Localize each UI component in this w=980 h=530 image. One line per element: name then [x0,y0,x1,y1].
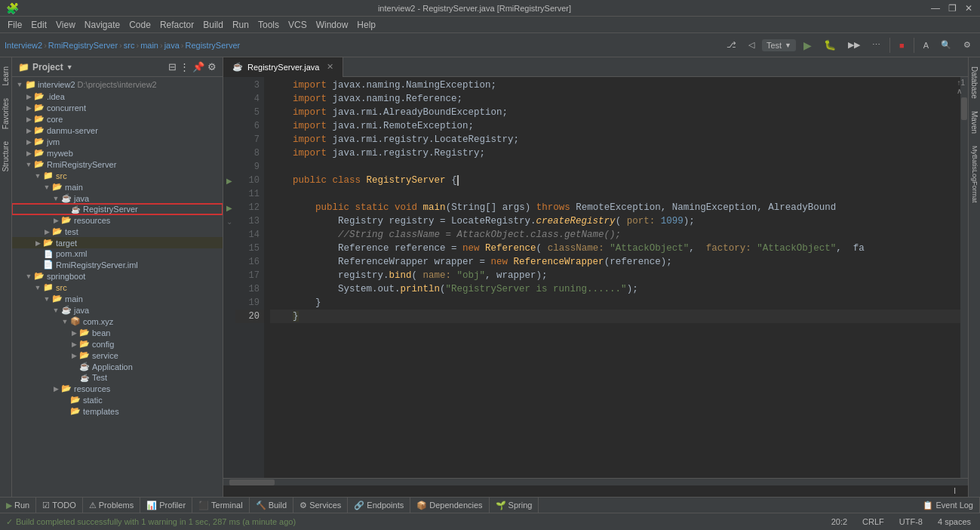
code-content[interactable]: import javax.naming.NamingException; imp… [264,77,960,478]
menu-tools[interactable]: Tools [253,18,284,32]
tree-rmi-resources[interactable]: ▶ 📂 resources [12,214,223,226]
tab-favorites[interactable]: Favorites [0,92,11,135]
bt-dependencies[interactable]: 📦 Dependencies [410,498,489,513]
tree-pom[interactable]: ▶ 📄 pom.xml [12,248,223,259]
menu-help[interactable]: Help [352,18,380,32]
menu-vcs[interactable]: VCS [284,18,312,32]
bt-spring[interactable]: 🌱 Spring [490,498,539,513]
tree-sb-java[interactable]: ▼ ☕ java [12,304,223,316]
horizontal-scrollbar[interactable] [223,478,968,485]
bt-services[interactable]: ⚙ Services [293,498,348,513]
tab-close-button[interactable]: ✕ [327,62,333,72]
indent-status[interactable]: 4 spaces [935,517,974,526]
tree-templates[interactable]: ▶ 📂 templates [12,405,223,417]
tree-idea[interactable]: ▶ 📂 .idea [12,91,223,102]
maximize-button[interactable]: ❐ [947,3,957,14]
service-label: service [92,351,118,360]
breadcrumb-project[interactable]: Interview2 [5,41,42,50]
breadcrumb-class[interactable]: RegistryServer [186,41,241,50]
close-button[interactable]: ✕ [963,3,974,14]
tree-service[interactable]: ▶ 📂 service [12,350,223,361]
back-button[interactable]: ◁ [744,36,759,54]
menu-view[interactable]: View [51,18,80,32]
tree-target[interactable]: ▶ 📂 target [12,237,223,248]
project-dropdown-icon[interactable]: ▼ [66,63,73,71]
breadcrumb-module[interactable]: RmiRegistryServer [48,41,118,50]
encoding-status[interactable]: UTF-8 [896,517,926,526]
line-ending-status[interactable]: CRLF [859,517,887,526]
more-run-button[interactable]: ⋯ [868,36,885,54]
tree-springboot[interactable]: ▼ 📂 springboot [12,270,223,282]
tree-application[interactable]: ▶ ☕ Application [12,361,223,372]
collapse-all-button[interactable]: ⊟ [168,61,177,72]
menu-edit[interactable]: Edit [26,18,51,32]
terminal-label: Terminal [211,501,243,510]
menu-build[interactable]: Build [198,18,228,32]
stop-button[interactable]: ■ [895,36,909,54]
bt-endpoints[interactable]: 🔗 Endpoints [348,498,410,513]
bt-event-log[interactable]: 📋 Event Log [917,498,980,513]
tab-maven[interactable]: Maven [969,105,980,140]
bt-terminal[interactable]: ⬛ Terminal [192,498,250,513]
gi-run-class[interactable]: ▶ [223,174,235,187]
menu-window[interactable]: Window [312,18,353,32]
tree-sb-src[interactable]: ▼ 📁 src [12,282,223,293]
tree-danmu[interactable]: ▶ 📂 danmu-server [12,125,223,136]
tree-sb-resources[interactable]: ▶ 📂 resources [12,383,223,394]
coverage-button[interactable]: ▶▶ [843,36,865,54]
menu-code[interactable]: Code [124,18,155,32]
bt-todo[interactable]: ☑ TODO [36,498,83,513]
run-button[interactable]: ▶ [799,36,816,54]
tree-com-xyz[interactable]: ▼ 📦 com.xyz [12,316,223,327]
debug-button[interactable]: 🐛 [819,36,840,54]
tree-config[interactable]: ▶ 📂 config [12,338,223,350]
tab-mybatis[interactable]: MyBatisLogFormat [969,140,980,209]
bt-profiler[interactable]: 📊 Profiler [140,498,192,513]
settings-button[interactable]: ⚙ [959,36,975,54]
tree-concurrent[interactable]: ▶ 📂 concurrent [12,102,223,113]
bt-problems[interactable]: ⚠ Problems [83,498,140,513]
hscroll-thumb[interactable] [229,479,275,485]
menu-run[interactable]: Run [228,18,253,32]
run-config-dropdown-icon[interactable]: ▼ [785,42,791,49]
tree-rmi-java[interactable]: ▼ ☕ java [12,193,223,204]
tree-iml[interactable]: ▶ 📄 RmiRegistryServer.iml [12,259,223,270]
tab-database[interactable]: Database [969,60,980,105]
gi-run-main[interactable]: ▶ [223,201,235,214]
gi-fold[interactable]: ⌄ [223,214,235,228]
minimize-button[interactable]: — [930,3,941,14]
tree-static[interactable]: ▶ 📂 static [12,394,223,405]
tree-jvm[interactable]: ▶ 📂 jvm [12,136,223,147]
breadcrumb-java[interactable]: java [164,41,180,50]
tree-test-file[interactable]: ▶ ☕ Test [12,372,223,383]
tree-rmi-src[interactable]: ▼ 📁 src [12,170,223,181]
menu-refactor[interactable]: Refactor [155,18,198,32]
tree-root[interactable]: ▼ 📁 interview2 D:\projects\interview2 [12,79,223,91]
vcs-button[interactable]: ⎇ [722,36,741,54]
tab-registry-server[interactable]: ☕ RegistryServer.java ✕ [223,57,343,77]
project-gear-button[interactable]: ⚙ [207,61,217,72]
tree-rmi[interactable]: ▼ 📂 RmiRegistryServer [12,159,223,170]
project-pin-button[interactable]: 📌 [192,61,204,72]
bt-run[interactable]: ▶ Run [0,498,36,513]
translate-button[interactable]: A [919,36,933,54]
editor-scrollbar[interactable]: ↑1 ∧ [960,77,968,478]
menu-file[interactable]: File [3,18,26,32]
menu-navigate[interactable]: Navigate [80,18,124,32]
tree-settings-button[interactable]: ⋮ [180,61,189,72]
tree-registry-server[interactable]: ▶ ☕ RegistryServer [12,204,223,214]
tree-sb-main[interactable]: ▼ 📂 main [12,293,223,304]
tree-rmi-test[interactable]: ▶ 📂 test [12,226,223,237]
tab-learn[interactable]: Learn [0,60,11,92]
breadcrumb-main[interactable]: main [140,41,158,50]
breadcrumb-src[interactable]: src [124,41,135,50]
scroll-thumb[interactable] [961,97,967,120]
bt-build[interactable]: 🔨 Build [250,498,293,513]
search-button[interactable]: 🔍 [936,36,956,54]
tab-structure[interactable]: Structure [0,135,11,178]
tree-rmi-main[interactable]: ▼ 📂 main [12,181,223,193]
tree-bean[interactable]: ▶ 📂 bean [12,327,223,338]
cursor-pos-status[interactable]: 20:2 [828,517,850,526]
tree-myweb[interactable]: ▶ 📂 myweb [12,147,223,159]
tree-core[interactable]: ▶ 📂 core [12,113,223,125]
